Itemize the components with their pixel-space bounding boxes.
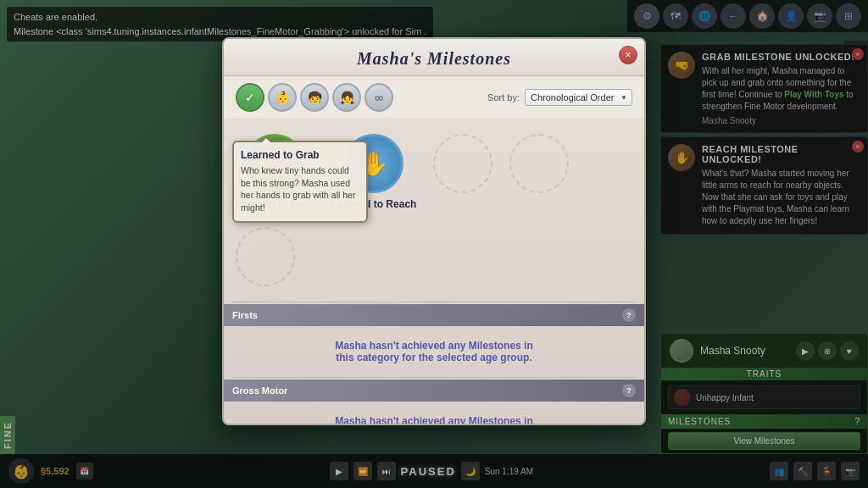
divider-1 xyxy=(232,302,636,302)
filter-row: ✓ 👶 🧒 👧 ∞ Sort by: Chronological Order ▼ xyxy=(224,76,644,119)
gross-motor-empty-message: Masha hasn't achieved any Milestones int… xyxy=(224,402,644,424)
sort-wrapper: Chronological Order ▼ xyxy=(525,89,632,106)
modal-header: × Masha's Milestones xyxy=(224,39,644,76)
modal-title: Masha's Milestones xyxy=(241,49,627,69)
milestones-modal: × Masha's Milestones ✓ 👶 🧒 👧 ∞ Sort by: … xyxy=(222,37,646,425)
milestone-placeholder-2 xyxy=(509,134,569,193)
filter-icons: ✓ 👶 🧒 👧 ∞ xyxy=(236,83,393,112)
milestone-placeholder-3 xyxy=(236,227,295,286)
sort-area: Sort by: Chronological Order ▼ xyxy=(487,89,632,106)
gross-motor-category-header: Gross Motor ? xyxy=(224,380,644,402)
firsts-empty-message: Masha hasn't achieved any Milestones int… xyxy=(224,326,644,377)
filter-all-btn[interactable]: ✓ xyxy=(236,83,264,112)
tooltip-arrow-inner xyxy=(261,138,271,143)
filter-teen-btn[interactable]: 👧 xyxy=(332,83,361,112)
firsts-help-icon[interactable]: ? xyxy=(622,308,636,322)
sort-select[interactable]: Chronological Order xyxy=(525,89,632,106)
filter-infinity-btn[interactable]: ∞ xyxy=(364,83,393,112)
firsts-category-header: Firsts ? xyxy=(224,304,644,326)
gross-motor-label: Gross Motor xyxy=(232,385,287,396)
grab-tooltip: Learned to Grab Who knew tiny hands coul… xyxy=(232,141,368,223)
modal-overlay: × Masha's Milestones ✓ 👶 🧒 👧 ∞ Sort by: … xyxy=(0,0,868,488)
gross-motor-help-icon[interactable]: ? xyxy=(622,384,636,397)
tooltip-text: Who knew tiny hands could be this strong… xyxy=(241,164,359,214)
filter-child-btn[interactable]: 🧒 xyxy=(300,83,329,112)
tooltip-title: Learned to Grab xyxy=(241,149,359,161)
sort-label: Sort by: xyxy=(487,92,520,103)
milestone-placeholder-1 xyxy=(433,134,492,193)
firsts-label: Firsts xyxy=(232,310,258,320)
filter-infant-btn[interactable]: 👶 xyxy=(268,83,297,112)
divider-2 xyxy=(232,377,636,378)
modal-close-button[interactable]: × xyxy=(619,46,637,64)
